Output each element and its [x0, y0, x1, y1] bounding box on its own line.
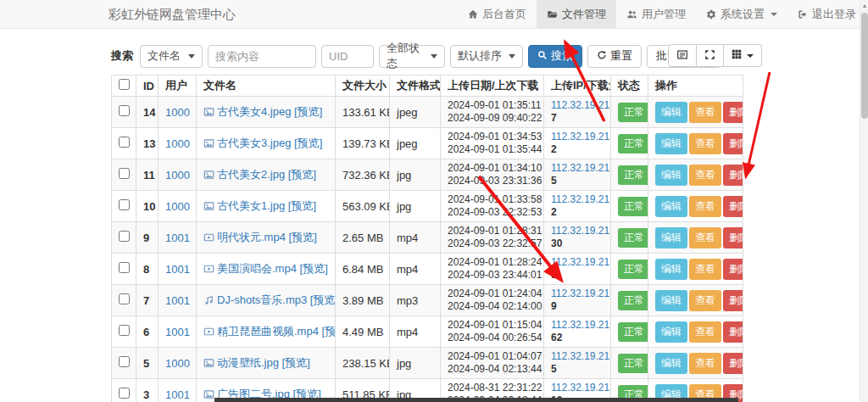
delete-button[interactable]: 删除 — [723, 227, 743, 248]
file-link[interactable]: 古代美女1.jpg — [217, 199, 285, 212]
gear-icon — [706, 9, 716, 20]
user-link[interactable]: 1000 — [165, 137, 190, 150]
nav-item-users[interactable]: 用户管理 — [616, 0, 696, 29]
delete-button[interactable]: 删除 — [723, 353, 743, 374]
user-link[interactable]: 1001 — [165, 263, 190, 276]
edit-button[interactable]: 编辑 — [655, 321, 687, 343]
row-checkbox[interactable] — [119, 293, 130, 304]
view-button[interactable]: 查看 — [689, 353, 721, 374]
user-link[interactable]: 1000 — [165, 357, 190, 370]
row-checkbox[interactable] — [119, 325, 130, 336]
row-checkbox[interactable] — [119, 105, 130, 116]
file-link[interactable]: 精卫琵琶曲视频.mp4 — [217, 325, 319, 338]
ip-link[interactable]: 112.32.19.213 — [551, 131, 611, 142]
ip-link[interactable]: 112.32.19.213 — [551, 382, 611, 394]
user-link[interactable]: 1001 — [165, 294, 190, 307]
ip-link[interactable]: 112.32.19.213 — [551, 319, 611, 331]
delete-button[interactable]: 删除 — [723, 290, 743, 311]
view-button[interactable]: 查看 — [689, 133, 721, 154]
upload-date: 2024-09-01 01:34:10 — [448, 162, 537, 175]
view-button[interactable]: 查看 — [689, 165, 721, 186]
file-link[interactable]: 明代状元.mp4 — [217, 231, 286, 243]
preview-link[interactable]: [预览] — [282, 356, 310, 369]
nav-item-settings[interactable]: 系统设置 — [696, 0, 787, 29]
row-checkbox[interactable] — [119, 356, 130, 367]
search-input[interactable] — [208, 45, 316, 68]
preview-link[interactable]: [预览] — [288, 199, 316, 212]
row-checkbox[interactable] — [119, 231, 130, 242]
table-row: 11 1000 古代美女2.jpg [预览] 732.36 KB jpg 202… — [112, 159, 743, 191]
delete-button[interactable]: 删除 — [723, 196, 743, 217]
preview-link[interactable]: [预览] — [310, 293, 336, 306]
view-button[interactable]: 查看 — [689, 102, 721, 123]
view-button[interactable]: 查看 — [689, 196, 721, 217]
file-link[interactable]: 动漫壁纸.jpg — [217, 356, 279, 369]
preview-link[interactable]: [预览] — [289, 231, 317, 243]
nav-item-home[interactable]: 后台首页 — [458, 0, 537, 29]
user-link[interactable]: 1000 — [165, 200, 190, 213]
ip-link[interactable]: 112.32.19.213 — [551, 99, 611, 111]
delete-button[interactable]: 删除 — [723, 102, 743, 123]
edit-button[interactable]: 编辑 — [655, 165, 687, 186]
horizontal-scrollbar-thumb[interactable] — [214, 398, 738, 402]
reset-button[interactable]: 重置 — [587, 45, 642, 68]
file-link[interactable]: 美国演唱会.mp4 — [217, 262, 297, 275]
row-checkbox[interactable] — [119, 262, 130, 273]
file-link[interactable]: 古代美女3.jpeg — [217, 137, 291, 149]
fullscreen-button[interactable] — [697, 44, 724, 67]
view-button[interactable]: 查看 — [689, 321, 721, 343]
home-icon — [468, 9, 478, 20]
view-button[interactable]: 查看 — [689, 259, 721, 280]
select-all-checkbox[interactable] — [119, 79, 130, 90]
columns-button[interactable] — [724, 44, 762, 67]
edit-button[interactable]: 编辑 — [655, 102, 687, 123]
user-link[interactable]: 1000 — [165, 106, 190, 119]
file-link[interactable]: DJ-shots音乐.mp3 — [217, 293, 307, 306]
delete-button[interactable]: 删除 — [723, 321, 743, 343]
ip-link[interactable]: 112.32.19.213 — [551, 256, 611, 268]
row-checkbox[interactable] — [119, 199, 130, 210]
ip-link[interactable]: 112.32.19.213 — [551, 225, 611, 237]
ip-link[interactable]: 112.32.19.213 — [551, 162, 611, 174]
preview-link[interactable]: [预览] — [294, 105, 322, 118]
search-field-select[interactable]: 文件名 — [140, 45, 203, 68]
user-link[interactable]: 1000 — [165, 169, 190, 181]
sort-select[interactable]: 默认排序 — [450, 45, 523, 68]
ip-link[interactable]: 112.32.19.213 — [551, 193, 611, 205]
vertical-scrollbar-thumb[interactable] — [861, 13, 868, 119]
nav-item-files[interactable]: 文件管理 — [537, 0, 616, 29]
ip-link[interactable]: 112.32.19.213 — [551, 350, 611, 362]
nav-item-logout[interactable]: 退出登录 — [787, 0, 866, 29]
detail-view-button[interactable] — [668, 44, 697, 67]
scroll-up-arrow[interactable]: ▲ — [861, 2, 868, 10]
edit-button[interactable]: 编辑 — [655, 353, 687, 374]
user-link[interactable]: 1001 — [165, 232, 190, 244]
edit-button[interactable]: 编辑 — [655, 290, 687, 311]
status-badge: 正常 — [618, 228, 648, 248]
view-button[interactable]: 查看 — [689, 227, 721, 248]
vertical-scrollbar[interactable]: ▲ — [860, 0, 868, 402]
delete-button[interactable]: 删除 — [723, 259, 743, 280]
row-checkbox[interactable] — [119, 388, 130, 399]
edit-button[interactable]: 编辑 — [655, 196, 687, 217]
delete-button[interactable]: 删除 — [723, 133, 743, 154]
edit-button[interactable]: 编辑 — [655, 227, 687, 248]
uid-input[interactable] — [321, 45, 374, 68]
user-link[interactable]: 1001 — [165, 388, 190, 401]
ip-link[interactable]: 112.32.19.213 — [551, 288, 611, 299]
view-button[interactable]: 查看 — [689, 290, 721, 311]
row-checkbox[interactable] — [119, 168, 130, 179]
edit-button[interactable]: 编辑 — [655, 133, 687, 154]
file-link[interactable]: 古代美女4.jpeg — [217, 105, 291, 118]
user-link[interactable]: 1001 — [165, 326, 190, 338]
row-checkbox[interactable] — [119, 137, 130, 148]
preview-link[interactable]: [预览] — [294, 137, 322, 149]
delete-button[interactable]: 删除 — [723, 165, 743, 186]
status-select[interactable]: 全部状态 — [379, 45, 445, 68]
preview-link[interactable]: [预览] — [288, 168, 316, 181]
file-link[interactable]: 古代美女2.jpg — [217, 168, 285, 181]
edit-button[interactable]: 编辑 — [655, 259, 687, 280]
preview-link[interactable]: [预览] — [300, 262, 328, 275]
preview-link[interactable]: [预览] — [322, 325, 336, 338]
search-button[interactable]: 搜索 — [528, 45, 582, 68]
